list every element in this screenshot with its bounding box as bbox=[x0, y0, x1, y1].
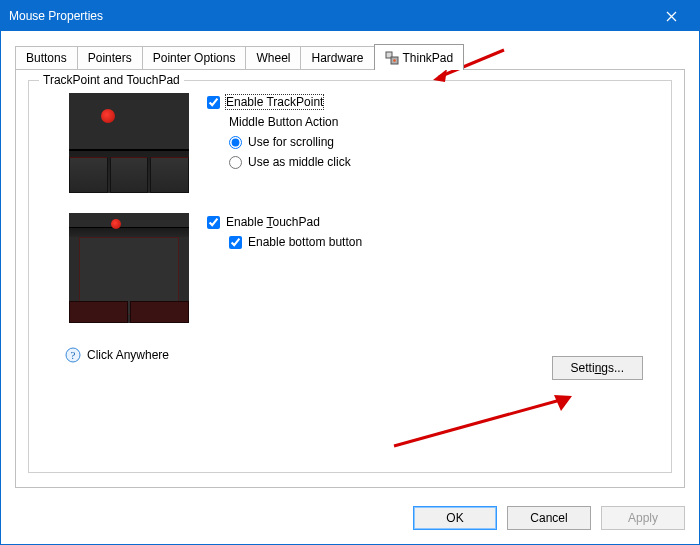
touchpad-thumbnail bbox=[69, 213, 189, 323]
tab-buttons[interactable]: Buttons bbox=[15, 46, 78, 69]
window-title: Mouse Properties bbox=[9, 9, 651, 23]
apply-button[interactable]: Apply bbox=[601, 506, 685, 530]
ok-button[interactable]: OK bbox=[413, 506, 497, 530]
tab-pointers[interactable]: Pointers bbox=[77, 46, 143, 69]
svg-text:?: ? bbox=[71, 349, 76, 361]
click-anywhere-label: Click Anywhere bbox=[87, 348, 169, 362]
middle-button-action-label: Middle Button Action bbox=[229, 115, 351, 129]
tab-thinkpad[interactable]: ThinkPad bbox=[374, 44, 465, 70]
use-for-scrolling-radio[interactable]: Use for scrolling bbox=[229, 135, 351, 149]
settings-button[interactable]: Settings... bbox=[552, 356, 643, 380]
dialog-buttons: OK Cancel Apply bbox=[1, 498, 699, 544]
close-button[interactable] bbox=[651, 1, 691, 31]
tab-panel: TrackPoint and TouchPad Enable TrackPoi bbox=[15, 69, 685, 488]
enable-touchpad-label: Enable TouchPad bbox=[226, 215, 320, 229]
titlebar: Mouse Properties bbox=[1, 1, 699, 31]
svg-point-2 bbox=[393, 59, 395, 61]
dialog-body: Buttons Pointers Pointer Options Wheel H… bbox=[1, 31, 699, 498]
help-icon: ? bbox=[65, 347, 81, 363]
tab-pointer-options[interactable]: Pointer Options bbox=[142, 46, 247, 69]
close-icon bbox=[666, 11, 677, 22]
trackpoint-options: Enable TrackPoint Middle Button Action U… bbox=[207, 93, 351, 193]
enable-trackpoint-checkbox[interactable]: Enable TrackPoint bbox=[207, 95, 351, 109]
tab-strip: Buttons Pointers Pointer Options Wheel H… bbox=[15, 43, 685, 69]
enable-bottom-button-label: Enable bottom button bbox=[248, 235, 362, 249]
annotation-arrow-settings bbox=[389, 391, 579, 451]
svg-marker-3 bbox=[433, 69, 447, 82]
settings-wrap: Settings... bbox=[552, 356, 643, 380]
cancel-button[interactable]: Cancel bbox=[507, 506, 591, 530]
enable-touchpad-checkbox[interactable]: Enable TouchPad bbox=[207, 215, 362, 229]
group-title: TrackPoint and TouchPad bbox=[39, 73, 184, 87]
use-as-middle-click-radio[interactable]: Use as middle click bbox=[229, 155, 351, 169]
use-for-scrolling-label: Use for scrolling bbox=[248, 135, 334, 149]
mouse-properties-window: Mouse Properties Buttons Pointers Pointe… bbox=[0, 0, 700, 545]
touchpad-options: Enable TouchPad Enable bottom button bbox=[207, 213, 362, 323]
enable-trackpoint-label: Enable TrackPoint bbox=[226, 95, 323, 109]
touchpad-row: Enable TouchPad Enable bottom button bbox=[47, 213, 653, 323]
use-as-middle-click-label: Use as middle click bbox=[248, 155, 351, 169]
tab-wheel[interactable]: Wheel bbox=[245, 46, 301, 69]
tab-hardware[interactable]: Hardware bbox=[300, 46, 374, 69]
thinkpad-icon bbox=[385, 51, 399, 65]
trackpoint-row: Enable TrackPoint Middle Button Action U… bbox=[47, 93, 653, 193]
svg-marker-6 bbox=[554, 395, 572, 411]
trackpoint-thumbnail bbox=[69, 93, 189, 193]
trackpoint-touchpad-group: TrackPoint and TouchPad Enable TrackPoi bbox=[28, 80, 672, 473]
enable-bottom-button-checkbox[interactable]: Enable bottom button bbox=[229, 235, 362, 249]
